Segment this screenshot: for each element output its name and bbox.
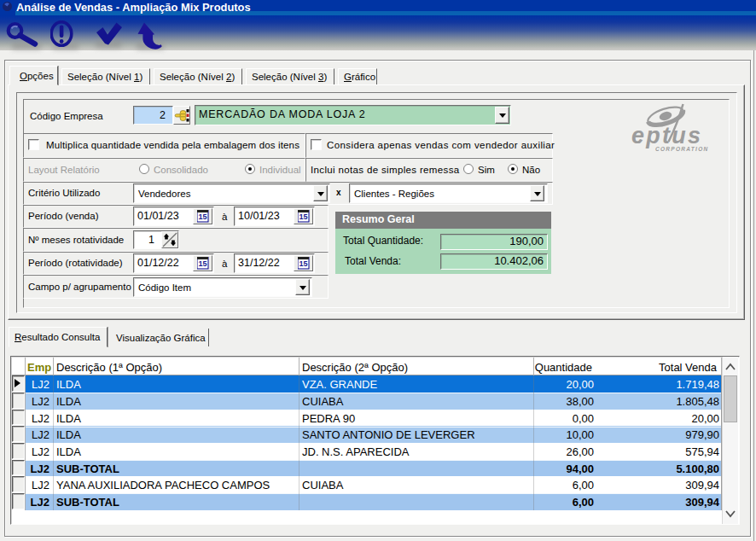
svg-text:15: 15	[299, 212, 307, 221]
svg-text:eptus: eptus	[631, 123, 701, 148]
svg-text:CORPORATION: CORPORATION	[655, 146, 709, 152]
svg-text:15: 15	[299, 259, 307, 268]
svg-text:15: 15	[198, 259, 206, 268]
svg-text:15: 15	[198, 212, 206, 221]
